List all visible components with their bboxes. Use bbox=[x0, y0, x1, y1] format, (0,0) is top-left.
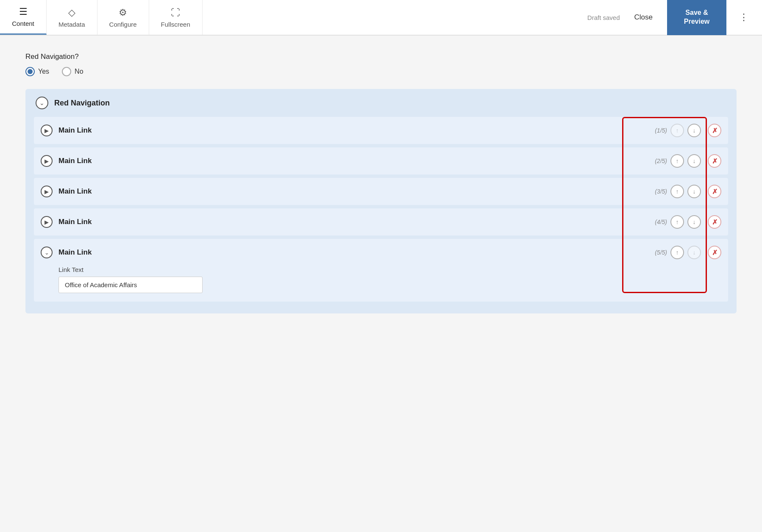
main-content: Red Navigation? Yes No ⌄ Red Navigation … bbox=[0, 36, 762, 532]
table-row: ⌄ Main Link (5/5) ↑ ↓ ✗ Link Text bbox=[34, 239, 728, 302]
item-5-delete-button[interactable]: ✗ bbox=[708, 246, 721, 259]
link-text-section: Link Text bbox=[41, 266, 721, 302]
draft-saved-text: Draft saved bbox=[587, 14, 620, 21]
table-row: ▶ Main Link (2/5) ↑ ↓ ✗ bbox=[34, 147, 728, 175]
item-3-delete-button[interactable]: ✗ bbox=[708, 185, 721, 198]
toolbar-right: Draft saved Close Save &Preview ⋮ bbox=[579, 0, 762, 35]
item-5-down-button: ↓ bbox=[687, 246, 701, 259]
tab-content[interactable]: ☰ Content bbox=[0, 0, 47, 35]
more-options-button[interactable]: ⋮ bbox=[734, 8, 754, 26]
tab-configure[interactable]: ⚙ Configure bbox=[97, 0, 149, 35]
item-1-position: (1/5) bbox=[649, 127, 667, 134]
item-3-label: Main Link bbox=[58, 187, 649, 196]
configure-icon: ⚙ bbox=[119, 7, 127, 18]
link-text-label: Link Text bbox=[58, 266, 721, 273]
item-2-expand-button[interactable]: ▶ bbox=[41, 155, 53, 167]
tab-content-label: Content bbox=[12, 20, 34, 27]
item-1-down-button[interactable]: ↓ bbox=[687, 124, 701, 137]
radio-no-circle bbox=[62, 67, 71, 76]
save-preview-button[interactable]: Save &Preview bbox=[667, 0, 726, 35]
red-nav-label: Red Navigation? bbox=[25, 53, 737, 61]
section-header[interactable]: ⌄ Red Navigation bbox=[25, 89, 737, 117]
item-3-up-button[interactable]: ↑ bbox=[670, 185, 684, 198]
item-1-up-button: ↑ bbox=[670, 124, 684, 137]
close-button[interactable]: Close bbox=[628, 10, 659, 25]
item-3-down-button[interactable]: ↓ bbox=[687, 185, 701, 198]
tab-metadata[interactable]: ◇ Metadata bbox=[47, 0, 97, 35]
item-3-position: (3/5) bbox=[649, 188, 667, 195]
table-row: ▶ Main Link (1/5) ↑ ↓ ✗ bbox=[34, 117, 728, 144]
tab-configure-label: Configure bbox=[109, 21, 137, 28]
item-4-up-button[interactable]: ↑ bbox=[670, 215, 684, 229]
item-4-position: (4/5) bbox=[649, 219, 667, 225]
content-icon: ☰ bbox=[19, 6, 28, 17]
item-4-down-button[interactable]: ↓ bbox=[687, 215, 701, 229]
items-container: ▶ Main Link (1/5) ↑ ↓ ✗ ▶ Main Link (2/5 bbox=[25, 117, 737, 313]
item-5-label: Main Link bbox=[58, 248, 649, 257]
item-2-down-button[interactable]: ↓ bbox=[687, 154, 701, 168]
toolbar: ☰ Content ◇ Metadata ⚙ Configure ⛶ Fulls… bbox=[0, 0, 762, 36]
tab-fullscreen[interactable]: ⛶ Fullscreen bbox=[149, 0, 203, 35]
item-2-delete-button[interactable]: ✗ bbox=[708, 154, 721, 168]
item-2-up-button[interactable]: ↑ bbox=[670, 154, 684, 168]
table-row: ▶ Main Link (4/5) ↑ ↓ ✗ bbox=[34, 208, 728, 236]
radio-no[interactable]: No bbox=[62, 67, 83, 76]
metadata-icon: ◇ bbox=[68, 7, 75, 18]
tab-metadata-label: Metadata bbox=[58, 21, 85, 28]
item-4-expand-button[interactable]: ▶ bbox=[41, 216, 53, 228]
link-text-input[interactable] bbox=[58, 277, 203, 293]
section-collapse-button[interactable]: ⌄ bbox=[36, 97, 48, 109]
table-row: ▶ Main Link (3/5) ↑ ↓ ✗ bbox=[34, 178, 728, 205]
red-navigation-question: Red Navigation? Yes No bbox=[25, 53, 737, 76]
item-5-expand-button[interactable]: ⌄ bbox=[41, 247, 53, 258]
radio-group: Yes No bbox=[25, 67, 737, 76]
radio-no-label: No bbox=[75, 68, 83, 75]
item-1-delete-button[interactable]: ✗ bbox=[708, 124, 721, 137]
item-4-label: Main Link bbox=[58, 218, 649, 226]
item-3-expand-button[interactable]: ▶ bbox=[41, 186, 53, 197]
tab-fullscreen-label: Fullscreen bbox=[161, 21, 190, 28]
item-1-expand-button[interactable]: ▶ bbox=[41, 125, 53, 136]
item-5-up-button[interactable]: ↑ bbox=[670, 246, 684, 259]
item-2-position: (2/5) bbox=[649, 158, 667, 164]
item-2-label: Main Link bbox=[58, 157, 649, 165]
item-4-delete-button[interactable]: ✗ bbox=[708, 215, 721, 229]
section-title: Red Navigation bbox=[54, 99, 110, 108]
radio-yes[interactable]: Yes bbox=[25, 67, 49, 76]
radio-yes-label: Yes bbox=[38, 68, 49, 75]
items-list: ▶ Main Link (1/5) ↑ ↓ ✗ ▶ Main Link (2/5 bbox=[34, 117, 728, 302]
red-navigation-panel: ⌄ Red Navigation ▶ Main Link (1/5) ↑ ↓ ✗ bbox=[25, 89, 737, 313]
fullscreen-icon: ⛶ bbox=[171, 7, 180, 18]
item-5-position: (5/5) bbox=[649, 249, 667, 256]
radio-yes-circle bbox=[25, 67, 35, 76]
item-1-label: Main Link bbox=[58, 126, 649, 135]
